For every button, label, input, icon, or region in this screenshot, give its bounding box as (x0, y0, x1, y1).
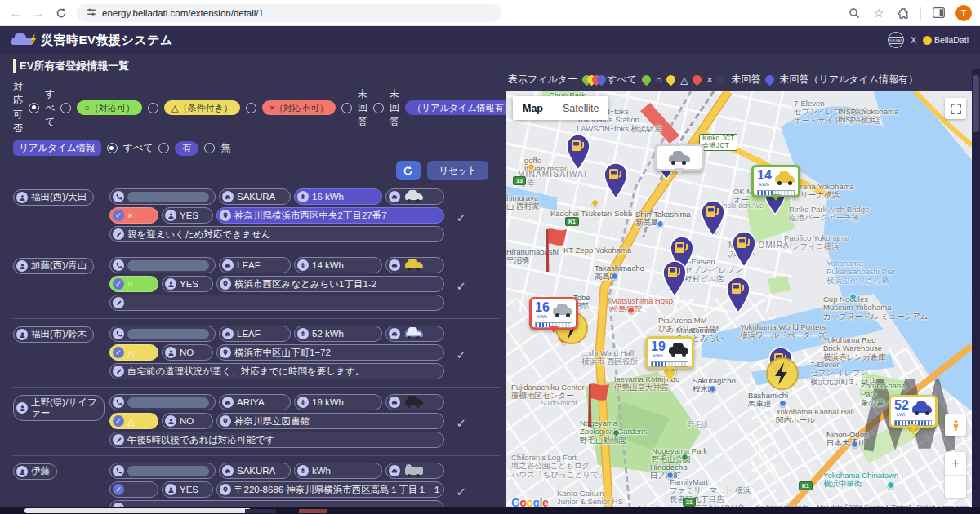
ev-charger-pin-icon[interactable] (724, 276, 753, 313)
ev-charger-pin-icon[interactable] (698, 199, 728, 237)
ev-charger-pin-icon[interactable] (660, 259, 689, 297)
refresh-button[interactable] (396, 161, 421, 180)
poi-dot-icon[interactable] (681, 454, 688, 461)
address-pill: 横浜市西区みなとみらい1丁目1-2 (216, 276, 444, 292)
availability-filter: 対応可否 すべて ○（対応可） △（条件付き） ×（対応不可） 未回答 未回答（… (13, 80, 500, 135)
address-bar[interactable]: energy.belladati.com/extension/detail/1 (77, 4, 501, 22)
bookmark-star-icon[interactable]: ☆ (871, 6, 886, 20)
horizontal-scrollbar[interactable] (0, 507, 980, 514)
person-icon (16, 402, 28, 414)
google-map[interactable]: Chuo Park横浜駅西口LAWSON+toksYokohama Statio… (506, 91, 972, 514)
realtime-filter: リアルタイム情報 すべて 有 無 (13, 140, 500, 156)
radio-availability-ok[interactable] (60, 103, 71, 113)
map-label: Yokohama World Porters横浜ワールドポーターズ (740, 323, 826, 340)
pins-all-icon[interactable] (582, 75, 602, 84)
poi-dot-icon[interactable] (779, 400, 786, 407)
radio-realtime-yes[interactable] (158, 143, 169, 153)
map-vehicle-tooltip[interactable] (655, 144, 704, 171)
radio-realtime-no[interactable] (204, 143, 215, 153)
vehicle-silhouette (405, 193, 423, 200)
pencil-icon (113, 434, 124, 445)
vehicle-silhouette (669, 347, 688, 354)
pin-yellow-icon[interactable] (665, 73, 678, 86)
selected-check-icon[interactable]: ✓ (456, 210, 466, 225)
disaster-flag-icon[interactable] (585, 382, 612, 429)
check-icon: ✓ (113, 278, 124, 290)
extensions-icon[interactable] (896, 6, 911, 20)
vertical-scrollbar[interactable] (972, 69, 980, 514)
map-type-map-button[interactable]: Map (513, 96, 553, 120)
pin-dark-icon[interactable] (715, 73, 728, 86)
selected-check-icon[interactable]: ✓ (456, 485, 466, 499)
map-filter-label: 表示フィルター (508, 73, 577, 86)
pin-blue-icon[interactable] (764, 73, 777, 86)
car-icon (222, 465, 234, 476)
poi-dot-icon[interactable] (666, 472, 674, 479)
vehicle-icon (389, 465, 400, 476)
map-type-satellite-button[interactable]: Satellite (553, 96, 608, 120)
owner-entry: 上野(県)/サイファー ARIYA 19 kWh ✓△ NO 神奈川県立図書館 (13, 394, 500, 456)
poi-dot-icon[interactable] (849, 293, 857, 300)
zoom-in-button[interactable]: + (945, 452, 966, 476)
poi-dot-icon[interactable] (591, 199, 599, 206)
owner-name-pill: 伊藤 (13, 463, 57, 480)
radio-availability-conditional[interactable] (148, 103, 158, 113)
vehicle-icon (389, 191, 400, 202)
battery-icon (297, 259, 309, 271)
zoom-control: + (945, 452, 966, 498)
browser-forward-button[interactable]: → (31, 6, 46, 20)
map-vehicle-tooltip[interactable]: 52kWh (889, 395, 938, 428)
status-pill: ✓× (109, 207, 158, 224)
poi-dot-icon[interactable] (528, 163, 535, 171)
poi-dot-icon[interactable] (887, 481, 894, 489)
pin-red-icon[interactable] (691, 73, 704, 86)
zoom-icon[interactable] (847, 6, 862, 20)
radio-availability-all[interactable] (29, 103, 39, 113)
vehicle-silhouette (912, 405, 932, 413)
selected-check-icon[interactable]: ✓ (456, 416, 466, 431)
map-label: KT Zepp Yokohama (564, 246, 631, 255)
phone-icon (113, 328, 124, 339)
phone-icon (113, 191, 124, 202)
radio-realtime-all[interactable] (107, 143, 118, 153)
poi-dot-icon[interactable] (611, 273, 618, 280)
pegman-icon[interactable] (945, 414, 966, 436)
reset-button[interactable]: リセット (427, 161, 488, 180)
map-vehicle-tooltip[interactable]: 16kWh (529, 297, 578, 330)
screen: ← → energy.belladati.com/extension/detai… (0, 0, 980, 514)
site-settings-icon[interactable] (87, 6, 96, 20)
poi-dot-icon[interactable] (851, 441, 858, 448)
radio-availability-noanswer[interactable] (341, 103, 352, 113)
browser-profile-avatar[interactable]: T (956, 5, 972, 21)
model-pill: LEAF (219, 326, 291, 342)
browser-back-button[interactable]: ← (8, 6, 23, 20)
radio-availability-unavailable[interactable] (246, 103, 256, 113)
radio-availability-noanswer-rt[interactable] (373, 103, 384, 113)
vehicle-icon (389, 328, 400, 339)
map-vehicle-tooltip[interactable]: 14kWh (751, 165, 800, 197)
map-label: Nihon-Odori日本大通り (826, 431, 868, 448)
poi-dot-icon[interactable] (709, 385, 716, 392)
poi-dot-icon[interactable] (657, 220, 664, 228)
ev-charger-pin-icon[interactable] (601, 162, 630, 199)
poi-dot-icon[interactable] (627, 307, 635, 314)
selected-check-icon[interactable]: ✓ (456, 348, 466, 362)
poi-dot-icon[interactable] (612, 429, 620, 436)
map-label: Children's Log Fort境之谷公園こどもログハウス「ちびっことりで… (511, 454, 606, 479)
map-display-filter: 表示フィルター すべて ○ △ × 未回答 未回答（リアルタイム情報有） (508, 73, 918, 86)
browser-reload-button[interactable] (54, 6, 69, 20)
zoom-out-button[interactable] (945, 476, 966, 498)
ev-charger-pin-icon[interactable] (564, 133, 593, 171)
fullscreen-button[interactable] (945, 98, 966, 119)
person-icon (16, 466, 28, 477)
pin-green-icon[interactable] (640, 73, 653, 86)
map-vehicle-tooltip[interactable]: 19kWh (645, 336, 694, 369)
disaster-flag-icon[interactable] (542, 227, 570, 274)
side-panel-icon[interactable] (931, 6, 946, 20)
charging-spot-badge-icon[interactable] (765, 357, 800, 391)
selected-check-icon[interactable]: ✓ (456, 279, 466, 294)
ev-charger-pin-icon[interactable] (729, 230, 759, 268)
vehicle-type-pill (385, 257, 444, 273)
memo-pill (109, 295, 444, 311)
phone-redacted-value (127, 329, 209, 339)
